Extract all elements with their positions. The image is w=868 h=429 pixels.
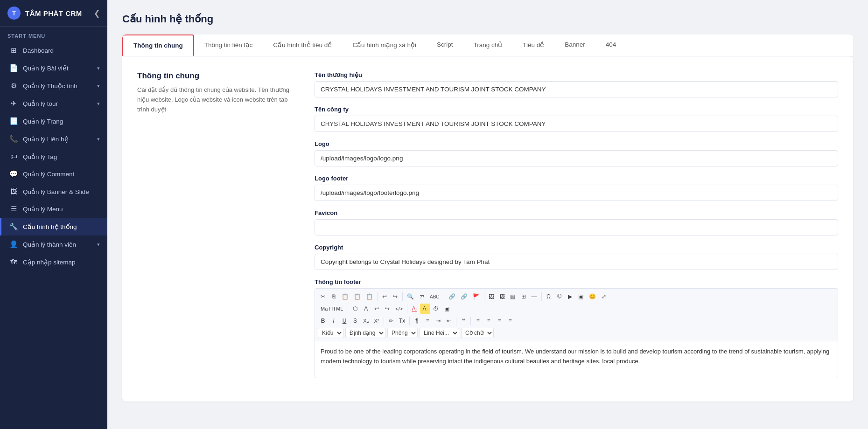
sidebar-logo: T TÂM PHÁT CRM ❮ xyxy=(0,0,107,27)
indent-btn[interactable]: ⇥ xyxy=(433,316,443,326)
font-color2-btn[interactable]: A· xyxy=(409,304,420,314)
favicon-input[interactable] xyxy=(315,219,838,235)
sidebar-item-banner[interactable]: 🖼 Quản lý Banner & Slide xyxy=(0,183,107,200)
logo-footer-label: Logo footer xyxy=(315,175,838,182)
image2-btn[interactable]: 🖼 xyxy=(497,291,507,302)
sidebar-item-bai-viet[interactable]: 📄 Quản lý Bài viết ▾ xyxy=(0,59,107,77)
subscript-btn[interactable]: X₂ xyxy=(361,316,371,326)
image-btn[interactable]: 🖼 xyxy=(486,291,497,302)
sidebar-icon-sitemap: 🗺 xyxy=(9,258,18,266)
media2-btn[interactable]: ▣ xyxy=(441,304,452,314)
unlink-btn[interactable]: 🔗 xyxy=(458,291,470,302)
toolbar-row-2: Mã HTML ⬡ A ↩ ↪ </> A· A· ⏱ xyxy=(318,303,835,315)
font-color-btn[interactable]: A xyxy=(361,304,371,314)
align-left-btn[interactable]: ≡ xyxy=(473,316,483,326)
paste-btn[interactable]: 📋 xyxy=(339,291,351,302)
align-center-btn[interactable]: ≡ xyxy=(483,316,494,326)
sidebar-item-tour[interactable]: ✈ Quản lý tour ▾ xyxy=(0,95,107,112)
toolbar-row-1: ✂ ⎘ 📋 📋 📋 ↩ ↪ 🔍 ⁇ xyxy=(318,291,835,303)
list-ul-btn[interactable]: ≡ xyxy=(422,316,433,326)
fullscreen-btn[interactable]: ⤢ xyxy=(599,291,609,302)
favicon-label: Favicon xyxy=(315,209,838,216)
spellcheck-btn[interactable]: ABC xyxy=(427,291,442,302)
footer-editor-body[interactable]: Proud to be one of the leading corporati… xyxy=(315,341,838,378)
undo-btn[interactable]: ↩ xyxy=(379,291,390,302)
copyright-input[interactable] xyxy=(315,254,838,270)
sidebar-collapse-button[interactable]: ❮ xyxy=(94,9,100,18)
code-btn[interactable]: </> xyxy=(393,304,405,314)
ten-thuong-hieu-input[interactable] xyxy=(315,81,838,97)
section-desc: Cài đặt đầy đủ thông tin chung của websi… xyxy=(137,85,296,114)
html-source-btn[interactable]: Mã HTML xyxy=(318,304,346,314)
blockquote-btn[interactable]: ❝ xyxy=(458,316,469,326)
tab-cau-hinh-tieu-de[interactable]: Cấu hình thẻ tiêu đề xyxy=(263,35,342,56)
redo2-btn[interactable]: ↪ xyxy=(382,304,392,314)
paste3-btn[interactable]: 📋 xyxy=(364,291,375,302)
clock-btn[interactable]: ⏱ xyxy=(431,304,441,314)
sidebar-item-thanh-vien[interactable]: 👤 Quản lý thành viên ▾ xyxy=(0,235,107,253)
highlight-btn[interactable]: A· xyxy=(420,304,430,314)
fontsize-select[interactable]: Cỡ chữ xyxy=(461,328,494,338)
redo-btn[interactable]: ↪ xyxy=(390,291,400,302)
sidebar-item-dashboard[interactable]: ⊞ Dashboard xyxy=(0,42,107,59)
copyright-btn[interactable]: © xyxy=(554,291,565,302)
sidebar-icon-cau-hinh: 🔧 xyxy=(9,222,18,231)
find-btn[interactable]: 🔍 xyxy=(405,291,416,302)
block-btn[interactable]: ⬡ xyxy=(350,304,360,314)
underline-btn[interactable]: U xyxy=(339,316,350,326)
embed-btn[interactable]: ▣ xyxy=(576,291,586,302)
format-select[interactable]: Định dạng xyxy=(345,328,385,338)
sidebar-item-lien-he[interactable]: 📞 Quản lý Liên hệ ▾ xyxy=(0,130,107,148)
special-char-btn[interactable]: ⁇ xyxy=(417,291,427,302)
copyright-label: Copyright xyxy=(315,244,838,251)
tab-404[interactable]: 404 xyxy=(595,35,627,56)
tab-thong-tin-chung[interactable]: Thông tin chung xyxy=(122,35,194,56)
logo-footer-input[interactable] xyxy=(315,185,838,201)
media-btn[interactable]: ▦ xyxy=(508,291,518,302)
youtube-btn[interactable]: ▶ xyxy=(565,291,575,302)
outdent-btn[interactable]: ⇤ xyxy=(444,316,454,326)
ten-cong-ty-input[interactable] xyxy=(315,116,838,132)
table-btn[interactable]: ⊞ xyxy=(518,291,529,302)
font-select[interactable]: Phông xyxy=(387,328,418,338)
sidebar-item-thuoc-tinh[interactable]: ⚙ Quản lý Thuộc tính ▾ xyxy=(0,77,107,95)
superscript-btn[interactable]: X² xyxy=(371,316,382,326)
align-right-btn[interactable]: ≡ xyxy=(494,316,504,326)
undo2-btn[interactable]: ↩ xyxy=(371,304,382,314)
sidebar-item-sitemap[interactable]: 🗺 Cập nhập sitemap xyxy=(0,253,107,270)
sidebar-item-menu[interactable]: ☰ Quản lý Menu xyxy=(0,200,107,218)
strike-btn[interactable]: S xyxy=(350,316,360,326)
anchor-btn[interactable]: 🚩 xyxy=(470,291,482,302)
hr-btn[interactable]: — xyxy=(529,291,539,302)
sidebar-item-trang[interactable]: 📃 Quản lý Trang xyxy=(0,112,107,130)
divider-7 xyxy=(407,304,407,313)
italic-btn[interactable]: I xyxy=(329,316,339,326)
tab-banner[interactable]: Banner xyxy=(554,35,595,56)
list-ol-btn[interactable]: ¶ xyxy=(412,316,422,326)
lineheight-select[interactable]: Line Hei... xyxy=(420,328,459,338)
clear-format-btn[interactable]: Tx xyxy=(397,316,407,326)
app-logo-icon: T xyxy=(7,7,21,20)
sidebar-item-comment[interactable]: 💬 Quản lý Comment xyxy=(0,165,107,183)
omega-btn[interactable]: Ω xyxy=(544,291,554,302)
copy-btn[interactable]: ⎘ xyxy=(329,291,339,302)
sidebar-item-cau-hinh[interactable]: 🔧 Cấu hình hệ thống xyxy=(0,218,107,235)
align-justify-btn[interactable]: ≡ xyxy=(505,316,515,326)
sidebar-label-thuoc-tinh: Quản lý Thuộc tính xyxy=(23,82,77,90)
tab-script[interactable]: Script xyxy=(427,35,463,56)
tab-trang-chu[interactable]: Trang chủ xyxy=(463,35,512,56)
divider-4 xyxy=(484,292,484,301)
logo-input[interactable] xyxy=(315,150,838,166)
sidebar-label-thanh-vien: Quản lý thành viên xyxy=(23,241,76,248)
sidebar-item-tag[interactable]: 🏷 Quản lý Tag xyxy=(0,148,107,165)
tab-thong-tin-lien-lac[interactable]: Thông tin liên lạc xyxy=(194,35,263,56)
paste2-btn[interactable]: 📋 xyxy=(351,291,363,302)
emoji-btn[interactable]: 😊 xyxy=(587,291,598,302)
cut-btn[interactable]: ✂ xyxy=(318,291,328,302)
pencil-btn[interactable]: ✏ xyxy=(386,316,396,326)
bold-btn[interactable]: B xyxy=(318,316,328,326)
style-select[interactable]: Kiểu xyxy=(318,328,343,338)
tab-cau-hinh-mxh[interactable]: Cấu hình mạng xã hội xyxy=(342,35,427,56)
tab-tieu-de[interactable]: Tiêu đề xyxy=(512,35,554,56)
link-btn[interactable]: 🔗 xyxy=(446,291,458,302)
